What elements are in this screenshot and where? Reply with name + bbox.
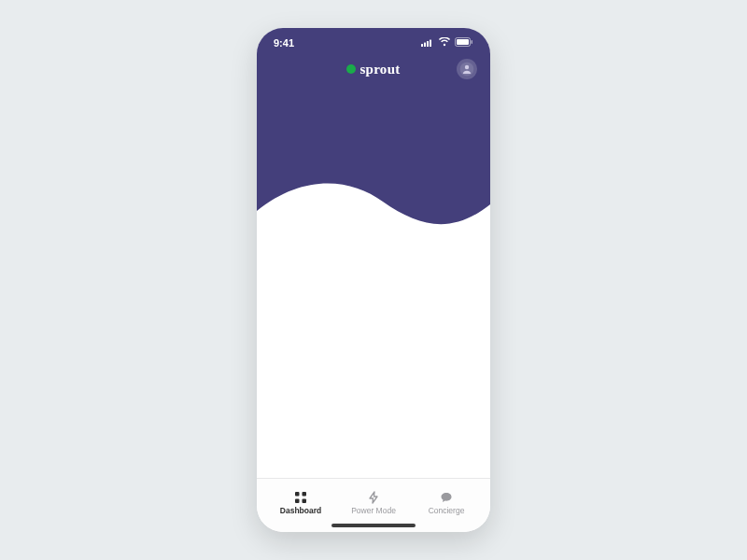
content: Dashboard Power Mode Concierge xyxy=(257,28,490,532)
tab-power-mode[interactable]: Power Mode xyxy=(337,491,410,515)
svg-rect-10 xyxy=(303,492,307,497)
tab-dashboard[interactable]: Dashboard xyxy=(264,491,337,515)
grid-icon xyxy=(294,491,307,504)
svg-rect-12 xyxy=(303,498,307,503)
tab-label: Dashboard xyxy=(280,506,321,515)
bolt-icon xyxy=(367,491,380,504)
empty-content xyxy=(257,28,490,478)
tab-concierge[interactable]: Concierge xyxy=(410,491,483,515)
chat-icon xyxy=(440,491,453,504)
phone-frame: 9:41 sprout xyxy=(257,28,490,532)
svg-rect-11 xyxy=(295,498,300,503)
tab-label: Power Mode xyxy=(351,506,396,515)
svg-rect-9 xyxy=(295,492,300,497)
tab-label: Concierge xyxy=(429,506,465,515)
home-indicator[interactable] xyxy=(331,524,416,527)
